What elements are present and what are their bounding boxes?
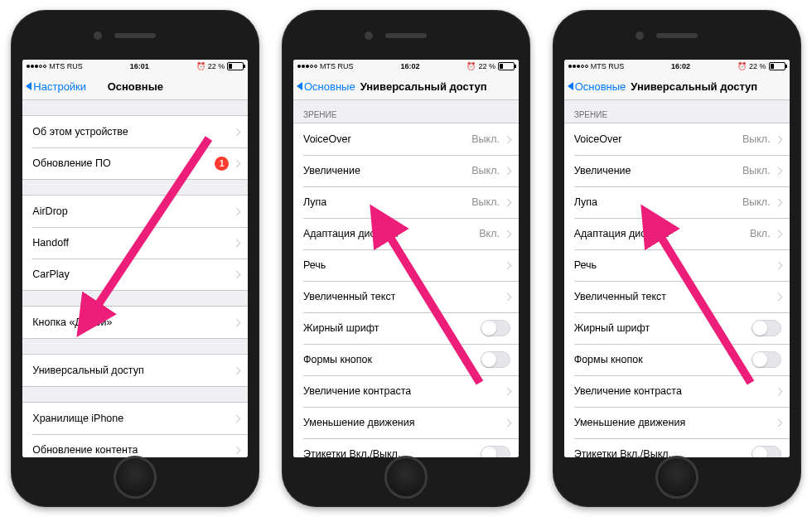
settings-row[interactable]: Уменьшение движения	[293, 407, 519, 438]
chevron-right-icon	[774, 387, 782, 395]
settings-row[interactable]: ЛупаВыкл.	[293, 186, 519, 218]
row-label: Лупа	[574, 196, 597, 208]
back-label: Основные	[304, 80, 355, 93]
status-bar: MTS RUS16:02⏰22 %	[293, 60, 519, 73]
row-label: Кнопка «Домой»	[32, 316, 112, 328]
chevron-right-icon	[504, 198, 512, 206]
chevron-right-icon	[233, 414, 241, 423]
settings-row[interactable]: Жирный шрифт	[293, 312, 519, 344]
settings-row[interactable]: Формы кнопок	[564, 344, 790, 375]
nav-bar: ОсновныеУниверсальный доступ	[564, 73, 790, 100]
settings-section: Хранилище iPhoneОбновление контента	[22, 402, 248, 457]
settings-row[interactable]: Формы кнопок	[293, 344, 519, 375]
chevron-right-icon	[774, 135, 782, 143]
row-value: Вкл.	[750, 228, 771, 239]
settings-row[interactable]: Речь	[293, 249, 519, 281]
toggle-switch[interactable]	[481, 351, 510, 368]
carrier-label: MTS RUS	[49, 62, 83, 70]
chevron-right-icon	[233, 446, 241, 454]
row-label: Обновление контента	[32, 444, 138, 456]
settings-row[interactable]: Обновление контента	[22, 434, 248, 457]
settings-row[interactable]: Речь	[564, 249, 790, 281]
chevron-right-icon	[774, 261, 782, 269]
chevron-right-icon	[504, 261, 512, 269]
nav-bar: ОсновныеУниверсальный доступ	[293, 73, 519, 100]
settings-section: Универсальный доступ	[22, 354, 248, 387]
settings-row[interactable]: УвеличениеВыкл.	[293, 155, 519, 186]
settings-row[interactable]: Кнопка «Домой»	[22, 307, 248, 338]
settings-row[interactable]: Этикетки Вкл./Выкл.	[564, 438, 790, 457]
settings-row[interactable]: Адаптация дисплеяВкл.	[293, 218, 519, 249]
row-label: Речь	[574, 259, 597, 271]
toggle-switch[interactable]	[481, 320, 510, 336]
alarm-icon: ⏰	[196, 62, 205, 70]
settings-row[interactable]: Хранилище iPhone	[22, 403, 248, 434]
row-label: Жирный шрифт	[574, 322, 650, 334]
phone-frame: MTS RUS16:02⏰22 %ОсновныеУниверсальный д…	[282, 10, 530, 507]
row-label: CarPlay	[32, 268, 69, 280]
chevron-right-icon	[774, 198, 782, 206]
toggle-switch[interactable]	[752, 351, 781, 368]
row-label: Уменьшение движения	[303, 417, 415, 428]
settings-row[interactable]: VoiceOverВыкл.	[564, 123, 790, 155]
settings-row[interactable]: CarPlay	[22, 258, 248, 290]
settings-row[interactable]: VoiceOverВыкл.	[293, 123, 519, 155]
chevron-right-icon	[504, 387, 512, 395]
alarm-icon: ⏰	[737, 62, 747, 70]
settings-content[interactable]: Об этом устройствеОбновление ПО1AirDropH…	[22, 100, 248, 457]
home-button[interactable]	[384, 456, 428, 499]
settings-content[interactable]: ЗРЕНИЕVoiceOverВыкл.УвеличениеВыкл.ЛупаВ…	[564, 100, 790, 457]
chevron-right-icon	[774, 230, 782, 238]
settings-row[interactable]: Универсальный доступ	[22, 355, 248, 386]
settings-row[interactable]: УвеличениеВыкл.	[564, 155, 790, 186]
settings-row[interactable]: Адаптация дисплеяВкл.	[564, 218, 790, 249]
settings-row[interactable]: Увеличение контраста	[293, 375, 519, 407]
settings-row[interactable]: Увеличенный текст	[564, 281, 790, 312]
settings-row[interactable]: Увеличение контраста	[564, 375, 790, 407]
back-button[interactable]: Настройки	[22, 80, 89, 93]
settings-section: VoiceOverВыкл.УвеличениеВыкл.ЛупаВыкл.Ад…	[564, 123, 790, 457]
chevron-right-icon	[774, 167, 782, 175]
row-label: Handoff	[32, 237, 69, 249]
row-label: Универсальный доступ	[32, 365, 143, 376]
toggle-switch[interactable]	[481, 446, 510, 457]
battery-pct-label: 22 %	[208, 62, 225, 70]
nav-title: Универсальный доступ	[629, 80, 789, 93]
chevron-right-icon	[233, 366, 241, 374]
status-time: 16:02	[400, 62, 419, 70]
row-label: Адаптация дисплея	[574, 228, 669, 239]
status-bar: MTS RUS16:02⏰22 %	[564, 60, 790, 73]
chevron-right-icon	[504, 292, 512, 301]
settings-row[interactable]: Handoff	[22, 227, 248, 258]
settings-content[interactable]: ЗРЕНИЕVoiceOverВыкл.УвеличениеВыкл.ЛупаВ…	[293, 100, 519, 457]
back-label: Основные	[575, 80, 626, 93]
settings-row[interactable]: AirDrop	[22, 196, 248, 227]
settings-row[interactable]: Этикетки Вкл./Выкл.	[293, 438, 519, 457]
row-label: Лупа	[303, 196, 326, 208]
row-label: Жирный шрифт	[303, 322, 379, 334]
settings-row[interactable]: ЛупаВыкл.	[564, 186, 790, 218]
settings-row[interactable]: Уменьшение движения	[564, 407, 790, 438]
home-button[interactable]	[655, 456, 698, 499]
row-label: Об этом устройстве	[32, 126, 128, 138]
settings-row[interactable]: Обновление ПО1	[22, 147, 248, 179]
chevron-right-icon	[774, 292, 782, 301]
settings-row[interactable]: Увеличенный текст	[293, 281, 519, 312]
status-time: 16:01	[130, 62, 149, 70]
settings-row[interactable]: Жирный шрифт	[564, 312, 790, 344]
nav-title: Основные	[108, 80, 163, 93]
row-label: Уменьшение движения	[574, 417, 686, 428]
row-label: Хранилище iPhone	[32, 413, 123, 424]
row-label: AirDrop	[32, 205, 67, 217]
back-button[interactable]: Основные	[564, 80, 630, 93]
battery-pct-label: 22 %	[749, 62, 766, 70]
home-button[interactable]	[114, 456, 157, 499]
settings-row[interactable]: Об этом устройстве	[22, 116, 248, 147]
row-label: Формы кнопок	[574, 354, 643, 365]
row-label: Увеличение контраста	[303, 385, 411, 397]
toggle-switch[interactable]	[752, 446, 781, 457]
settings-section: Об этом устройствеОбновление ПО1	[22, 115, 248, 180]
toggle-switch[interactable]	[752, 320, 781, 336]
status-bar: MTS RUS16:01⏰22 %	[22, 60, 248, 73]
back-button[interactable]: Основные	[293, 80, 359, 93]
